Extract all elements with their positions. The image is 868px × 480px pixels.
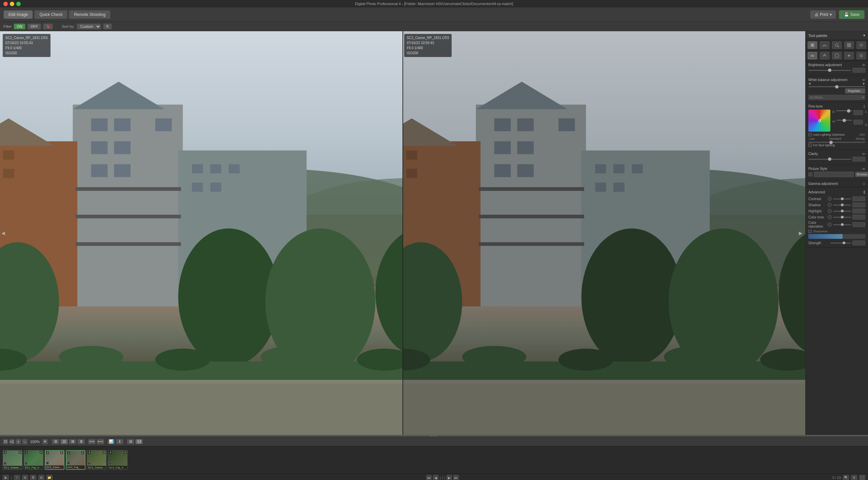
tool-btn-2b[interactable] [820, 52, 829, 59]
contrast-reset[interactable] [828, 197, 832, 201]
tool-btn-2e[interactable] [856, 52, 866, 59]
tool-btn-2a[interactable] [808, 52, 817, 59]
clarity-collapse[interactable]: ≫ [862, 152, 865, 156]
edit-image-button[interactable]: Edit Image [3, 10, 33, 19]
settings-tool-btn[interactable] [856, 41, 866, 49]
filmstrip-item-5[interactable]: 3 3 SC3_Canon_R... [87, 450, 106, 470]
color-saturation-reset[interactable] [828, 223, 832, 227]
face-lighting-checkbox[interactable] [808, 143, 812, 147]
advanced-title[interactable]: Advanced ⟪ [808, 189, 865, 196]
zoom-1x-button[interactable]: ×1 [9, 439, 15, 444]
sort-select[interactable]: Custom [77, 23, 101, 30]
strength-track[interactable] [830, 243, 851, 244]
multi-view-btn[interactable]: ⊠ [69, 439, 76, 444]
sort-direction-button[interactable]: ⇅ [103, 23, 112, 30]
regulate-button[interactable]: Regulate... [845, 88, 865, 94]
m-slider[interactable] [836, 120, 852, 121]
filmstrip-item-2[interactable]: 1 2 SC1_Fuji_XT4... [24, 450, 43, 470]
zoom-status-btn[interactable]: 🔍 [843, 475, 849, 480]
settings-status-btn[interactable]: ⚙ [851, 475, 857, 480]
zoom-dropdown-button[interactable]: ▾ [42, 439, 48, 444]
am-labels: A G [865, 110, 867, 127]
histogram-btn[interactable]: 📊 [107, 439, 115, 444]
gamma-collapse[interactable]: ⟨⟨ [863, 182, 865, 186]
split-h-btn[interactable]: ⟺ [88, 439, 96, 444]
fit-zoom-button[interactable]: ⊡ [3, 439, 8, 444]
filmstrip-item-6[interactable]: 3 3 SC3_Fuji_XT4... [108, 450, 127, 470]
lighting-slider-track[interactable] [808, 142, 865, 143]
print-button[interactable]: 🖨 Print ▾ [810, 10, 836, 19]
grid-btn[interactable]: ⊞ [127, 439, 134, 444]
remote-shooting-button[interactable]: Remote Shooting [69, 10, 111, 19]
svg-rect-7 [155, 118, 172, 131]
play-button[interactable]: ▶ [3, 475, 9, 480]
sharpness-checkbox[interactable] [808, 230, 812, 233]
quick-check-button[interactable]: Quick Check [34, 10, 67, 19]
filmstrip-item-3[interactable]: 2 2 SC2_Canon_R... [45, 450, 64, 470]
info-btn[interactable]: ℹ [116, 439, 123, 444]
sharpness-track-container[interactable] [808, 234, 865, 239]
shadow-track[interactable] [833, 205, 851, 206]
filter-on-button[interactable]: ON [14, 23, 25, 30]
clarity-track[interactable] [808, 159, 851, 160]
detail-view-btn[interactable]: ≣ [77, 439, 85, 444]
color-saturation-track[interactable] [833, 224, 851, 225]
wb-dropdown[interactable]: As Shoot... ▾ [808, 95, 865, 100]
list-view-btn[interactable]: ≣ [30, 475, 36, 480]
first-frame-btn[interactable]: ⏮ [426, 475, 432, 480]
left-collapse-arrow[interactable]: ◀ [1, 230, 5, 236]
fine-tune-collapse[interactable]: ⟪ [863, 104, 865, 108]
close-button[interactable] [3, 2, 8, 6]
m-value [853, 120, 863, 124]
frame-separator-2: | [442, 476, 443, 480]
next-frame-btn[interactable]: ▶ [447, 475, 452, 480]
zoom-out-button[interactable]: - [22, 439, 27, 444]
filter-icon-button[interactable]: 🔖 [43, 23, 53, 30]
filter-off-button[interactable]: OFF [27, 23, 41, 30]
single-view-btn[interactable]: ⊞ [52, 439, 59, 444]
picture-style-collapse[interactable]: ≫ [862, 167, 865, 171]
shadow-reset[interactable] [828, 203, 832, 207]
tool-btn-2d[interactable] [844, 52, 854, 59]
filmstrip-item-4[interactable]: 2 2 SC2_Fuji_XT4... [66, 450, 85, 470]
color-wheel[interactable] [808, 110, 830, 132]
filmstrip-item-1[interactable]: 1 2 SC1_Canon_R... [3, 450, 22, 470]
zoom-in-button[interactable]: + [16, 439, 21, 444]
grid-view-btn[interactable]: ⊞ [22, 475, 28, 480]
highlight-reset[interactable] [828, 209, 832, 213]
brightness-track[interactable] [808, 70, 851, 71]
color-saturation-thumb [841, 223, 844, 226]
tool-icons-row-1 [806, 40, 868, 51]
split-v-btn[interactable]: ⟻ [97, 439, 104, 444]
auto-lighting-checkbox[interactable] [808, 133, 812, 136]
curve-tool-btn[interactable] [820, 41, 829, 49]
picture-style-input[interactable] [814, 172, 854, 177]
color-tone-reset[interactable] [828, 215, 832, 219]
contrast-track[interactable] [833, 198, 851, 199]
layout-tool-btn[interactable] [844, 41, 854, 49]
gamma-label: Gamma adjustment [808, 182, 838, 186]
panel-collapse-icon[interactable]: ▾ [863, 33, 865, 38]
lens-tool-btn[interactable] [832, 41, 842, 49]
wb-collapse[interactable]: ≫ [862, 78, 865, 82]
basic-tool-btn[interactable] [808, 41, 817, 49]
color-tone-track[interactable] [833, 217, 851, 218]
filmstrip-active-btn[interactable]: 🎞 [135, 439, 143, 444]
right-expand-arrow[interactable]: ▶ [799, 230, 803, 236]
wb-track[interactable] [808, 86, 865, 87]
prev-frame-btn[interactable]: ◀ [433, 475, 438, 480]
fullscreen-btn[interactable]: ⛶ [859, 475, 865, 480]
detail-view-btn2[interactable]: ⊠ [38, 475, 44, 480]
maximize-button[interactable] [16, 2, 21, 6]
highlight-track[interactable] [833, 211, 851, 212]
b-slider[interactable] [836, 110, 852, 111]
tool-btn-2c[interactable] [832, 52, 842, 59]
add-button[interactable]: + [14, 475, 20, 480]
folder-btn[interactable]: 📁 [46, 475, 53, 480]
last-frame-btn[interactable]: ⏭ [453, 475, 459, 480]
save-button[interactable]: 💾 Save [839, 10, 865, 19]
browse-button[interactable]: Browse... [855, 172, 868, 177]
minimize-button[interactable] [10, 2, 14, 6]
compare-view-btn[interactable]: ⊟ [60, 439, 68, 444]
brightness-collapse[interactable]: ≫ [862, 63, 865, 67]
